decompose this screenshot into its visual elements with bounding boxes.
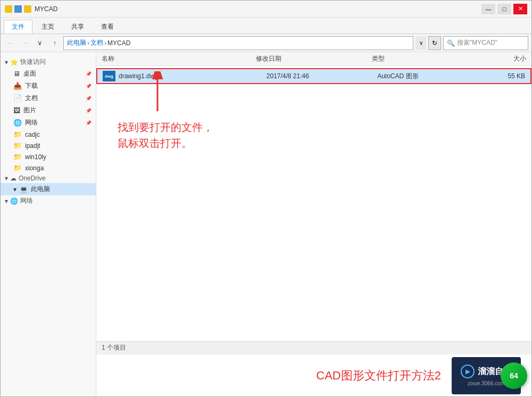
tab-share[interactable]: 共享	[63, 20, 92, 34]
sidebar-label-desktop: 桌面	[23, 69, 36, 78]
annotation-line1: 找到要打开的文件，	[118, 119, 213, 135]
address-dropdown-button[interactable]: ∨	[415, 36, 426, 50]
sidebar-item-ipadjt[interactable]: 📁 ipadjt	[1, 140, 96, 151]
sidebar-label-thispc: 此电脑	[31, 185, 50, 194]
bottom-banner: CAD图形文件打开方法2 ▶ 溜溜自学 zixue.3066.com 64	[96, 354, 531, 396]
sidebar-label-cadjc: cadjc	[25, 131, 40, 138]
col-type-header[interactable]: 类型	[372, 54, 464, 63]
title-blue-icon	[14, 5, 22, 13]
thispc-icon: 💻	[20, 186, 28, 193]
column-headers: 名称 修改日期 类型 大小	[96, 52, 531, 66]
address-bar[interactable]: 此电脑 › 文档 › MYCAD	[63, 36, 413, 50]
sidebar-section-quickaccess[interactable]: ▾ ⭐ 快速访问	[1, 56, 96, 68]
close-button[interactable]: ✕	[513, 4, 527, 14]
sidebar-label-ipadjt: ipadjt	[25, 142, 40, 150]
recent-button[interactable]: ∨	[34, 37, 46, 49]
brand-play-icon: ▶	[461, 365, 475, 378]
pictures-icon: 🖼	[13, 106, 20, 114]
downloads-icon: 📥	[13, 82, 22, 90]
dwg-icon: dwg	[103, 71, 115, 81]
sidebar-label-onedrive: OneDrive	[19, 175, 46, 182]
sidebar-label-win10ly: win10ly	[25, 153, 46, 161]
address-part-mycad[interactable]: MYCAD	[107, 39, 130, 47]
xionga-icon: 📁	[13, 164, 22, 172]
documents-icon: 📄	[13, 94, 22, 102]
status-count: 1 个项目	[102, 343, 126, 352]
search-icon: 🔍	[447, 39, 455, 47]
sidebar-item-pictures[interactable]: 🖼 图片 📌	[1, 104, 96, 117]
annotation-line2: 鼠标双击打开。	[118, 135, 213, 151]
main-area: 名称 修改日期 类型 大小 dwg drawing1.dwg 2017/4/8 …	[96, 52, 531, 341]
annotation-text: 找到要打开的文件， 鼠标双击打开。	[118, 119, 213, 151]
network1-icon: 🌐	[13, 119, 22, 127]
address-part-docs[interactable]: 文档	[90, 38, 103, 47]
pin-icon-downloads: 📌	[86, 84, 92, 89]
address-row: ← → ∨ ↑ 此电脑 › 文档 › MYCAD ∨ ↻ 🔍 搜索"MYCAD"	[1, 34, 531, 52]
maximize-button[interactable]: □	[497, 4, 511, 14]
banner-text: CAD图形文件打开方法2	[316, 368, 441, 384]
tab-view[interactable]: 查看	[93, 20, 122, 34]
col-name-header[interactable]: 名称	[102, 54, 256, 63]
back-button[interactable]: ←	[4, 37, 16, 49]
pin-icon-desktop: 📌	[86, 71, 92, 77]
file-list: dwg drawing1.dwg 2017/4/8 21:46 AutoCAD …	[96, 66, 531, 341]
network-collapse-icon: ▾	[5, 197, 8, 205]
window: MYCAD — □ ✕ 文件 主页 共享 查看 ← → ∨ ↑ 此电脑 › 文档…	[0, 0, 532, 397]
status-bar: 1 个项目	[96, 341, 531, 354]
forward-button[interactable]: →	[19, 37, 31, 49]
onedrive-collapse-icon: ▾	[5, 175, 8, 182]
quickaccess-star-icon: ⭐	[10, 59, 18, 66]
win10ly-icon: 📁	[13, 153, 22, 161]
network-icon: 🌐	[10, 197, 18, 205]
refresh-button[interactable]: ↻	[428, 36, 441, 50]
sidebar-section-thispc[interactable]: ▾ 💻 此电脑	[1, 183, 96, 195]
sidebar-label-documents: 文档	[25, 94, 38, 103]
green-number: 64	[510, 371, 518, 380]
address-part-pc[interactable]: 此电脑	[67, 38, 86, 47]
sidebar-item-downloads[interactable]: 📥 下载 📌	[1, 80, 96, 92]
sidebar-item-desktop[interactable]: 🖥 桌面 📌	[1, 68, 96, 80]
sidebar-item-xionga[interactable]: 📁 xionga	[1, 162, 96, 173]
pin-icon-network1: 📌	[86, 120, 92, 126]
sidebar-label-network: 网络	[20, 196, 33, 205]
thispc-collapse-icon: ▾	[13, 186, 16, 193]
table-row[interactable]: dwg drawing1.dwg 2017/4/8 21:46 AutoCAD …	[96, 68, 531, 84]
search-box[interactable]: 🔍 搜索"MYCAD"	[443, 36, 528, 50]
ribbon-tabs: 文件 主页 共享 查看	[1, 18, 531, 34]
sidebar-label-xionga: xionga	[25, 164, 44, 172]
search-placeholder: 搜索"MYCAD"	[457, 38, 497, 47]
sidebar-item-documents[interactable]: 📄 文档 📌	[1, 92, 96, 104]
col-size-header[interactable]: 大小	[464, 54, 526, 63]
pin-icon-pictures: 📌	[86, 108, 92, 113]
sidebar-label-quickaccess: 快速访问	[20, 57, 46, 67]
brand-url: zixue.3066.com	[468, 381, 505, 386]
address-sep1: ›	[87, 39, 89, 47]
brand-container: ▶ 溜溜自学 zixue.3066.com 64	[452, 357, 521, 394]
sidebar: ▾ ⭐ 快速访问 🖥 桌面 📌 📥 下载 📌 📄 文档 📌 🖼 图	[1, 52, 96, 396]
up-button[interactable]: ↑	[48, 37, 61, 49]
title-folder-icon	[5, 5, 12, 13]
content-area: ▾ ⭐ 快速访问 🖥 桌面 📌 📥 下载 📌 📄 文档 📌 🖼 图	[1, 52, 531, 396]
annotation-layer: 找到要打开的文件， 鼠标双击打开。	[96, 66, 531, 341]
tab-file[interactable]: 文件	[4, 20, 32, 34]
sidebar-item-network1[interactable]: 🌐 网络 📌	[1, 117, 96, 129]
cadjc-icon: 📁	[13, 130, 22, 138]
file-type: AutoCAD 图形	[377, 72, 466, 81]
sidebar-item-cadjc[interactable]: 📁 cadjc	[1, 129, 96, 140]
sidebar-section-onedrive[interactable]: ▾ ☁ OneDrive	[1, 173, 96, 183]
minimize-button[interactable]: —	[481, 4, 495, 14]
pin-icon-documents: 📌	[86, 96, 92, 101]
file-size: 55 KB	[466, 72, 525, 80]
desktop-icon: 🖥	[13, 70, 20, 78]
col-date-header[interactable]: 修改日期	[256, 54, 372, 63]
onedrive-cloud-icon: ☁	[10, 175, 16, 182]
file-date: 2017/4/8 21:46	[267, 72, 377, 80]
address-sep2: ›	[104, 39, 106, 47]
title-bar-icons	[5, 5, 31, 13]
tab-home[interactable]: 主页	[34, 20, 62, 34]
sidebar-label-pictures: 图片	[23, 106, 36, 115]
sidebar-item-win10ly[interactable]: 📁 win10ly	[1, 151, 96, 162]
sidebar-section-network[interactable]: ▾ 🌐 网络	[1, 195, 96, 206]
ipadjt-icon: 📁	[13, 142, 22, 150]
ribbon: 文件 主页 共享 查看	[1, 18, 531, 34]
